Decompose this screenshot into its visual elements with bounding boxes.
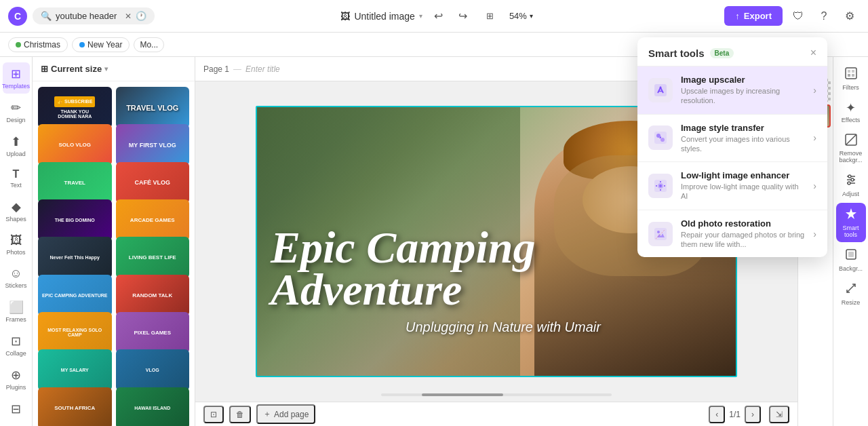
right-sidebar: Filters ✦ Effects Remove backgr... Adjus… xyxy=(833,57,868,426)
tag-new-year[interactable]: New Year xyxy=(72,37,130,52)
right-item-filters[interactable]: Filters xyxy=(836,62,866,95)
expand-button[interactable]: ⇲ xyxy=(769,406,789,423)
right-label-remove-bg: Remove backgr... xyxy=(839,150,863,163)
page-nav: ‹ 1/1 › xyxy=(709,406,761,423)
search-icon: 🔍 xyxy=(41,11,52,21)
export-button[interactable]: ↑ Export xyxy=(724,6,783,26)
popup-item-image-upscaler[interactable]: Image upscaler Upscale images by increas… xyxy=(637,66,827,114)
template-item[interactable]: MY SALARY xyxy=(38,349,112,391)
doc-icon: 🖼 xyxy=(340,11,350,22)
sidebar-item-upload[interactable]: ⬆ Upload xyxy=(3,130,30,161)
zoom-button[interactable]: 54% ▾ xyxy=(504,8,538,24)
sidebar-item-apps[interactable]: ⊟ xyxy=(3,398,30,421)
backdrop-icon xyxy=(844,248,858,264)
shield-icon[interactable]: 🛡 xyxy=(788,6,808,26)
redo-button[interactable]: ↪ xyxy=(452,5,474,27)
right-item-resize[interactable]: Resize xyxy=(836,277,866,310)
template-item[interactable]: THE BIG DOMINO xyxy=(38,199,112,241)
view-mode-button[interactable]: ⊞ xyxy=(479,5,501,27)
right-label-adjust: Adjust xyxy=(842,191,859,197)
svg-rect-17 xyxy=(654,84,667,96)
template-item[interactable]: PIXEL GAMES xyxy=(116,312,190,353)
sidebar-item-photos[interactable]: 🖼 Photos xyxy=(3,229,30,260)
search-input[interactable] xyxy=(56,11,121,21)
popup-lowlight-title: Low-light image enhancer xyxy=(681,170,805,180)
current-size-chevron[interactable]: ▾ xyxy=(104,65,108,73)
sidebar-item-collage[interactable]: ⊡ Collage xyxy=(3,330,30,361)
popup-close-button[interactable]: × xyxy=(810,47,816,59)
canva-logo[interactable]: C xyxy=(8,7,27,26)
svg-point-24 xyxy=(659,185,662,187)
template-label: 👍 SUBSCRIBE THANK YOUDOMINE NARA xyxy=(38,87,112,128)
templates-grid: 👍 SUBSCRIBE THANK YOUDOMINE NARA TRAVEL … xyxy=(33,81,195,426)
template-item[interactable]: HAWAII ISLAND xyxy=(116,387,190,426)
right-item-backdrop[interactable]: Backgr... xyxy=(836,244,866,276)
stickers-icon: ☺ xyxy=(9,267,22,281)
popup-item-low-light[interactable]: Low-light image enhancer Improve low-lig… xyxy=(637,162,827,210)
resize-icon xyxy=(844,282,858,298)
add-page-button[interactable]: ＋ Add page xyxy=(256,404,315,424)
search-box: 🔍 ✕ 🕐 xyxy=(33,7,155,24)
trash-button[interactable]: 🗑 xyxy=(229,406,251,423)
template-item[interactable]: 👍 SUBSCRIBE THANK YOUDOMINE NARA xyxy=(38,87,112,128)
template-label: EPIC CAMPING ADVENTURE xyxy=(38,275,112,316)
current-size-icon: ⊞ xyxy=(41,64,48,74)
sidebar-item-design[interactable]: ✏ Design xyxy=(3,96,30,128)
popup-item-text-style: Image style transfer Convert your images… xyxy=(681,123,805,154)
popup-item-photo-restoration[interactable]: Old photo restoration Repair your damage… xyxy=(637,210,827,258)
popup-upscaler-arrow: › xyxy=(813,85,816,96)
next-page-button[interactable]: › xyxy=(745,406,761,423)
enter-title[interactable]: Enter title xyxy=(245,64,280,74)
tag-christmas[interactable]: Christmas xyxy=(8,37,68,52)
question-icon[interactable]: ? xyxy=(814,6,834,26)
template-item[interactable]: CAFÉ VLOG xyxy=(116,162,190,204)
template-label: Never Felt This Happy xyxy=(38,237,112,278)
right-item-remove-bg[interactable]: Remove backgr... xyxy=(836,129,866,168)
copy-icon: ⊡ xyxy=(210,410,217,419)
search-clear-icon[interactable]: ✕ xyxy=(125,12,132,21)
top-bar-left: C 🔍 ✕ 🕐 xyxy=(8,7,155,26)
settings-icon[interactable]: ⚙ xyxy=(840,6,860,26)
right-item-adjust[interactable]: Adjust xyxy=(836,169,866,201)
beta-badge: Beta xyxy=(710,48,734,58)
sidebar-item-shapes[interactable]: ◆ Shapes xyxy=(3,195,30,227)
canvas-scrollbar[interactable] xyxy=(381,393,612,396)
low-light-icon xyxy=(648,174,673,198)
template-item[interactable]: TRAVEL xyxy=(38,162,112,204)
tag-more[interactable]: Mo... xyxy=(134,37,164,52)
popup-item-style-transfer[interactable]: Image style transfer Convert your images… xyxy=(637,115,827,162)
search-history-icon[interactable]: 🕐 xyxy=(136,11,146,21)
template-item[interactable]: SOUTH AFRICA xyxy=(38,387,112,426)
sidebar-item-stickers[interactable]: ☺ Stickers xyxy=(3,263,30,293)
right-item-smart-tools[interactable]: Smart tools xyxy=(836,203,866,242)
template-item[interactable]: MOST RELAXING SOLO CAMP xyxy=(38,312,112,353)
adjust-icon xyxy=(844,173,858,189)
template-label: SOUTH AFRICA xyxy=(38,387,112,426)
template-item[interactable]: MY FIRST VLOG xyxy=(116,124,190,166)
undo-button[interactable]: ↩ xyxy=(428,5,450,27)
template-item[interactable]: EPIC CAMPING ADVENTURE xyxy=(38,275,112,316)
prev-page-button[interactable]: ‹ xyxy=(709,406,725,423)
copy-button[interactable]: ⊡ xyxy=(203,406,224,423)
template-item[interactable]: RANDOM TALK xyxy=(116,275,190,316)
sidebar-item-frames[interactable]: ⬜ Frames xyxy=(3,296,30,327)
template-item[interactable]: LIVING BEST LIFE xyxy=(116,237,190,278)
right-item-effects[interactable]: ✦ Effects xyxy=(836,96,866,128)
collage-icon: ⊡ xyxy=(11,334,21,349)
trash-icon: 🗑 xyxy=(236,410,244,419)
sidebar-item-templates[interactable]: ⊞ Templates xyxy=(3,62,30,94)
template-item[interactable]: ARCADE GAMES xyxy=(116,199,190,241)
template-item[interactable]: Never Felt This Happy xyxy=(38,237,112,278)
template-item[interactable]: SOLO VLOG xyxy=(38,124,112,166)
top-bar-center: 🖼 Untitled image ▾ ↩ ↪ ⊞ 54% ▾ xyxy=(160,5,719,27)
template-item[interactable]: TRAVEL VLOG xyxy=(116,87,190,128)
template-label: LIVING BEST LIFE xyxy=(116,237,190,278)
template-label: MY SALARY xyxy=(38,349,112,391)
sidebar-item-text[interactable]: T Text xyxy=(3,164,30,193)
text-icon: T xyxy=(13,168,20,180)
template-label: CAFÉ VLOG xyxy=(116,162,190,204)
svg-point-10 xyxy=(848,175,851,178)
sidebar-item-plugins[interactable]: ⊕ Plugins xyxy=(3,364,30,395)
doc-title[interactable]: 🖼 Untitled image ▾ xyxy=(340,11,422,22)
template-item[interactable]: VLOG xyxy=(116,349,190,391)
